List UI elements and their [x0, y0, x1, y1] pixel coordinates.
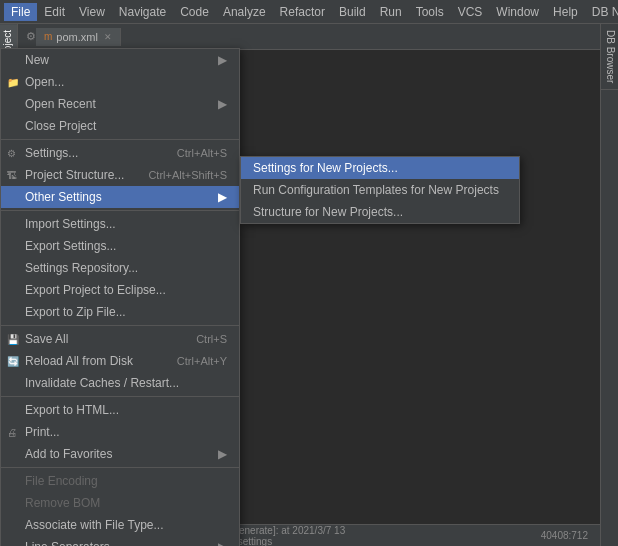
tab-close-icon[interactable]: ✕	[104, 32, 112, 42]
arrow-icon: ▶	[218, 53, 227, 67]
menu-view[interactable]: View	[72, 3, 112, 21]
arrow-favorites: ▶	[218, 447, 227, 461]
menu-item-open-recent[interactable]: Open Recent ▶	[1, 93, 239, 115]
gear-icon: ⚙	[7, 148, 16, 159]
file-menu-dropdown: New ▶ 📁 Open... Open Recent ▶ Close Proj…	[0, 48, 240, 546]
divider5	[1, 467, 239, 468]
menu-item-import-settings[interactable]: Import Settings...	[1, 213, 239, 235]
divider4	[1, 396, 239, 397]
coord-display: 40408:712	[541, 530, 596, 541]
menu-item-export-settings[interactable]: Export Settings...	[1, 235, 239, 257]
menu-item-invalidate-caches[interactable]: Invalidate Caches / Restart...	[1, 372, 239, 394]
right-panel: DB Browser	[600, 24, 618, 546]
tab-file-icon: m	[44, 31, 52, 42]
arrow-icon-other: ▶	[218, 190, 227, 204]
menu-item-add-favorites[interactable]: Add to Favorites ▶	[1, 443, 239, 465]
menu-analyze[interactable]: Analyze	[216, 3, 273, 21]
main-layout: 1: Project ⚙ m pom.xml ✕ 1 2 3 4 5 6 7 8	[0, 24, 618, 546]
editor-tabs: ⚙ m pom.xml ✕	[18, 24, 600, 50]
db-browser-tab[interactable]: DB Browser	[601, 24, 618, 90]
menu-item-save-all[interactable]: 💾 Save All Ctrl+S	[1, 328, 239, 350]
settings-icon[interactable]: ⚙	[26, 30, 36, 43]
menu-item-print[interactable]: 🖨 Print...	[1, 421, 239, 443]
menu-navigate[interactable]: Navigate	[112, 3, 173, 21]
other-settings-submenu: Settings for New Projects... Run Configu…	[240, 156, 520, 224]
reload-icon: 🔄	[7, 356, 19, 367]
divider1	[1, 139, 239, 140]
menu-item-remove-bom: Remove BOM	[1, 492, 239, 514]
submenu-item-run-config-templates[interactable]: Run Configuration Templates for New Proj…	[241, 179, 519, 201]
menu-item-project-structure[interactable]: 🏗 Project Structure... Ctrl+Alt+Shift+S	[1, 164, 239, 186]
menu-run[interactable]: Run	[373, 3, 409, 21]
menu-item-open[interactable]: 📁 Open...	[1, 71, 239, 93]
menu-code[interactable]: Code	[173, 3, 216, 21]
menu-item-reload[interactable]: 🔄 Reload All from Disk Ctrl+Alt+Y	[1, 350, 239, 372]
menu-refactor[interactable]: Refactor	[273, 3, 332, 21]
menu-item-export-html[interactable]: Export to HTML...	[1, 399, 239, 421]
arrow-icon-recent: ▶	[218, 97, 227, 111]
save-icon: 💾	[7, 334, 19, 345]
menu-vcs[interactable]: VCS	[451, 3, 490, 21]
menu-item-other-settings[interactable]: Other Settings ▶	[1, 186, 239, 208]
menu-window[interactable]: Window	[489, 3, 546, 21]
menu-item-export-eclipse[interactable]: Export Project to Eclipse...	[1, 279, 239, 301]
divider3	[1, 325, 239, 326]
menu-item-export-zip[interactable]: Export to Zip File...	[1, 301, 239, 323]
menu-dbna[interactable]: DB Na	[585, 3, 618, 21]
menu-item-settings[interactable]: ⚙ Settings... Ctrl+Alt+S	[1, 142, 239, 164]
submenu-item-structure-new-projects[interactable]: Structure for New Projects...	[241, 201, 519, 223]
editor-tab-pom[interactable]: m pom.xml ✕	[36, 28, 121, 46]
new-label: New	[25, 53, 49, 67]
file-dropdown: New ▶ 📁 Open... Open Recent ▶ Close Proj…	[0, 48, 240, 546]
menu-tools[interactable]: Tools	[409, 3, 451, 21]
menu-item-line-separators[interactable]: Line Separators ▶	[1, 536, 239, 546]
menu-item-close-project[interactable]: Close Project	[1, 115, 239, 137]
arrow-line-sep: ▶	[218, 540, 227, 546]
tab-label: pom.xml	[56, 31, 98, 43]
submenu-item-settings-new-projects[interactable]: Settings for New Projects...	[241, 157, 519, 179]
menu-item-file-encoding: File Encoding	[1, 470, 239, 492]
menu-build[interactable]: Build	[332, 3, 373, 21]
menu-item-associate-file-type[interactable]: Associate with File Type...	[1, 514, 239, 536]
folder-icon: 📁	[7, 77, 19, 88]
menu-bar: File Edit View Navigate Code Analyze Ref…	[0, 0, 618, 24]
divider2	[1, 210, 239, 211]
menu-item-settings-repo[interactable]: Settings Repository...	[1, 257, 239, 279]
menu-file[interactable]: File	[4, 3, 37, 21]
menu-help[interactable]: Help	[546, 3, 585, 21]
menu-edit[interactable]: Edit	[37, 3, 72, 21]
menu-item-new[interactable]: New ▶	[1, 49, 239, 71]
print-icon: 🖨	[7, 427, 17, 438]
structure-icon: 🏗	[7, 170, 17, 181]
